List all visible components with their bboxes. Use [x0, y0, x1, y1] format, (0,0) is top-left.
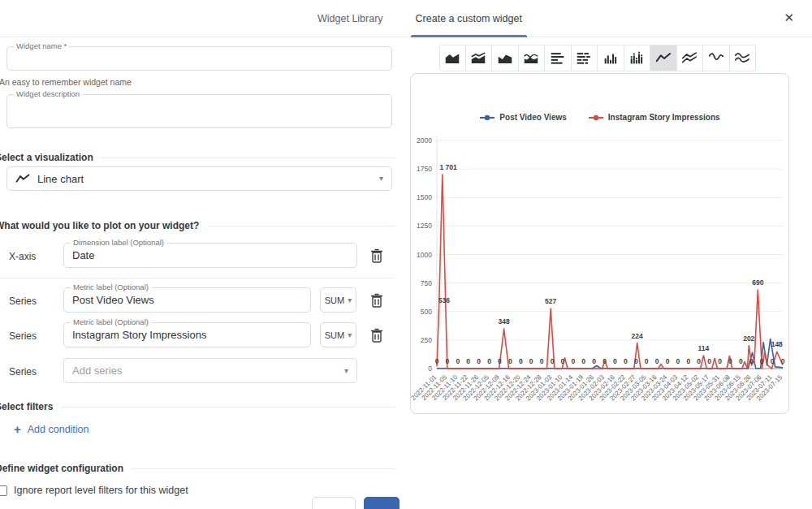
peak-data-label: 1 701 [439, 163, 457, 171]
zero-data-label: 0 [456, 357, 460, 365]
stacked-area-chart-icon [469, 50, 487, 67]
chart-type-stacked-horizontal-bar-chart[interactable] [572, 45, 598, 71]
zero-data-label: 0 [529, 357, 533, 365]
y-tick-label: 1000 [417, 251, 432, 259]
area-chart-icon [443, 50, 461, 67]
section-select-visualization-label: Select a visualization [0, 152, 93, 163]
add-condition-button[interactable]: + Add condition [14, 423, 89, 435]
zero-data-label: 0 [603, 357, 607, 365]
xaxis-float-label: Dimension label (Optional) [71, 238, 166, 247]
widget-name-label: Widget name * [14, 41, 69, 50]
chart-type-stacked-area-chart[interactable] [466, 45, 493, 71]
series3-row-label: Series [9, 366, 37, 377]
widget-name-helper: An easy to remember widget name [0, 77, 132, 87]
series2-float-label: Metric label (Optional) [71, 317, 151, 326]
chart-type-percent-area-chart[interactable] [492, 45, 519, 71]
chart-type-area-chart[interactable] [439, 45, 466, 71]
chart-type-curve-chart[interactable] [703, 45, 730, 71]
series2-field[interactable]: Metric label (Optional) [63, 322, 311, 347]
widget-description-input[interactable] [7, 95, 391, 127]
chart-type-toolbar [439, 45, 756, 71]
close-icon[interactable]: ✕ [784, 11, 794, 24]
peak-data-label: 148 [771, 340, 783, 348]
peak-data-label: 224 [632, 332, 643, 340]
zero-data-label: 0 [581, 357, 585, 365]
legend-item-1[interactable]: Instagram Story Impressions [588, 113, 720, 122]
chart-svg: 0250500750100012501500175020002022-11-01… [412, 132, 788, 408]
chart-legend: Post Video ViewsInstagram Story Impressi… [411, 113, 788, 122]
chevron-down-icon: ▾ [348, 296, 352, 304]
chevron-down-icon: ▾ [379, 175, 383, 183]
zero-data-label: 0 [655, 357, 659, 365]
delete-series1-icon[interactable] [370, 293, 383, 308]
peak-data-label: 348 [499, 317, 510, 326]
zero-data-label: 0 [718, 357, 722, 365]
zero-data-label: 0 [540, 357, 544, 365]
legend-label: Instagram Story Impressions [608, 113, 720, 122]
zero-data-label: 0 [435, 357, 439, 365]
chart-type-column-chart[interactable] [598, 45, 624, 71]
chart-type-stacked-column-chart[interactable] [624, 45, 651, 71]
stacked-column-chart-icon [628, 50, 646, 67]
chart-plot-area: 0250500750100012501500175020002022-11-01… [412, 132, 788, 412]
chart-type-stacked-line-chart[interactable] [677, 45, 704, 71]
add-condition-label: Add condition [28, 424, 89, 435]
save-button[interactable] [364, 497, 400, 509]
peak-data-label: 527 [545, 297, 556, 305]
series1-input[interactable] [64, 288, 310, 312]
widget-name-input[interactable] [7, 47, 391, 70]
zero-data-label: 0 [749, 357, 754, 365]
widget-description-label: Widget description [14, 89, 82, 98]
series1-aggregation-select[interactable]: SUM ▾ [320, 287, 356, 313]
tab-create-custom-widget-label: Create a custom widget [416, 13, 522, 24]
zero-data-label: 0 [466, 357, 470, 365]
widget-name-field[interactable]: Widget name * [6, 46, 392, 71]
cancel-button[interactable] [312, 497, 356, 509]
zero-data-label: 0 [707, 357, 711, 365]
chart-type-line-chart[interactable] [650, 45, 677, 71]
series1-field[interactable]: Metric label (Optional) [63, 287, 311, 313]
stacked-horizontal-bar-chart-icon [575, 50, 593, 67]
y-tick-label: 2000 [417, 136, 432, 145]
chart-preview-card: Post Video ViewsInstagram Story Impressi… [410, 73, 789, 414]
legend-label: Post Video Views [499, 113, 566, 122]
zero-data-label: 0 [697, 357, 701, 365]
add-series-input[interactable] [64, 359, 356, 382]
section-select-visualization: Select a visualization [0, 152, 395, 163]
series2-aggregation-value: SUM [325, 330, 344, 340]
tab-widget-library-label: Widget Library [317, 13, 383, 24]
peak-data-label: 536 [438, 296, 450, 304]
zero-data-label: 0 [771, 357, 775, 365]
y-tick-label: 250 [421, 336, 432, 344]
zero-data-label: 0 [781, 357, 785, 365]
chart-type-stacked-curve-chart[interactable] [730, 45, 757, 71]
horizontal-bar-chart-icon [549, 50, 567, 67]
chart-type-horizontal-bar-chart[interactable] [545, 45, 572, 71]
ignore-filters-label: Ignore report level filters for this wid… [14, 485, 188, 496]
y-tick-label: 500 [421, 308, 432, 316]
zero-data-label: 0 [666, 357, 670, 365]
delete-series2-icon[interactable] [370, 328, 383, 343]
chart-type-stream-area-chart[interactable] [519, 45, 546, 71]
visualization-select[interactable]: Line chart ▾ [6, 166, 392, 191]
xaxis-input[interactable] [64, 244, 356, 267]
tab-create-custom-widget[interactable]: Create a custom widget [411, 0, 527, 37]
peak-data-label: 202 [743, 334, 754, 343]
zero-data-label: 0 [592, 357, 596, 365]
legend-item-0[interactable]: Post Video Views [479, 113, 566, 122]
section-divider [102, 157, 395, 158]
tab-group: Widget Library Create a custom widget [313, 0, 527, 37]
ignore-filters-checkbox[interactable] [0, 485, 7, 496]
section-widget-configuration: Define widget configuration [0, 463, 395, 474]
section-divider [207, 226, 395, 226]
tab-widget-library[interactable]: Widget Library [313, 0, 388, 37]
widget-description-field[interactable]: Widget description [6, 94, 392, 128]
xaxis-row-label: X-axis [9, 251, 36, 262]
y-tick-label: 1500 [417, 193, 432, 201]
series2-input[interactable] [64, 323, 310, 347]
series2-aggregation-select[interactable]: SUM ▾ [320, 322, 356, 347]
add-series-field[interactable]: ▾ [63, 358, 357, 383]
xaxis-field[interactable]: Dimension label (Optional) [63, 243, 357, 268]
delete-xaxis-icon[interactable] [370, 248, 383, 263]
zero-data-label: 0 [561, 357, 565, 365]
